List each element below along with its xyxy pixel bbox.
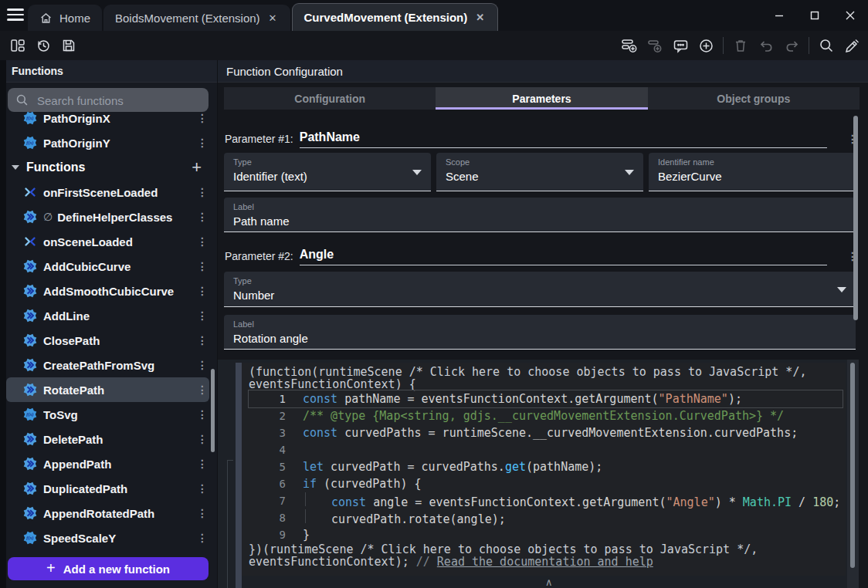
add-event-icon[interactable]	[621, 37, 638, 54]
add-comment-icon[interactable]	[672, 37, 689, 54]
function-list-item[interactable]: f(x)PathOriginY⋮	[6, 130, 209, 155]
item-menu-button[interactable]: ⋮	[195, 285, 209, 297]
action-icon	[23, 309, 37, 323]
tab-configuration[interactable]: Configuration	[224, 87, 436, 110]
minimize-button[interactable]	[761, 0, 797, 31]
tab-curvedmovement[interactable]: CurvedMovement (Extension) ✕	[292, 3, 499, 31]
code-wrapper-header[interactable]: (function(runtimeScene /* Click here to …	[249, 366, 846, 390]
label-input[interactable]: Label Rotation angle	[224, 315, 856, 350]
history-icon[interactable]	[35, 37, 52, 54]
item-menu-button[interactable]: ⋮	[195, 112, 209, 124]
type-select[interactable]: Type Number	[224, 272, 856, 307]
main-menu-button[interactable]	[7, 8, 24, 22]
scroll-up-indicator[interactable]: ∧	[545, 576, 553, 588]
extension-edit-icon[interactable]	[843, 37, 860, 54]
tab-boidsmovement[interactable]: BoidsMovement (Extension) ✕	[103, 5, 290, 31]
function-list-item[interactable]: onFirstSceneLoaded⋮	[6, 180, 209, 204]
tab-object-groups[interactable]: Object groups	[648, 87, 860, 110]
function-list-item[interactable]: onSceneLoaded⋮	[6, 229, 209, 254]
function-list-item[interactable]: AddCubicCurve⋮	[6, 254, 209, 279]
function-list-item[interactable]: DeletePath⋮	[6, 427, 209, 451]
item-menu-button[interactable]: ⋮	[195, 359, 209, 371]
item-menu-button[interactable]: ⋮	[195, 211, 209, 223]
item-menu-button[interactable]: ⋮	[195, 260, 209, 272]
function-list-item[interactable]: f(x)ToSvg⋮	[6, 402, 209, 427]
item-menu-button[interactable]: ⋮	[195, 334, 209, 346]
svg-text:f(x): f(x)	[26, 115, 33, 121]
field-label: Label	[233, 202, 846, 211]
item-menu-button[interactable]: ⋮	[195, 482, 209, 495]
item-menu-button[interactable]: ⋮	[195, 235, 209, 248]
code-line[interactable]: 8curvedPath.rotate(angle);	[249, 509, 846, 526]
code-lines[interactable]: 1const pathName = eventsFunctionContext.…	[249, 390, 846, 543]
close-icon[interactable]: ✕	[267, 12, 279, 25]
panels-icon[interactable]	[9, 37, 26, 54]
toolbar: Preview Share	[0, 31, 868, 60]
parameter-name-input[interactable]: PathName	[300, 130, 827, 148]
function-name: DeletePath	[43, 433, 195, 446]
identifier-name-input[interactable]: Identifier name BezierCurve	[649, 153, 856, 191]
item-menu-button[interactable]: ⋮	[195, 137, 209, 149]
save-icon[interactable]	[60, 37, 77, 54]
code-line[interactable]: 3const curvedPaths = runtimeScene.__curv…	[249, 424, 846, 441]
add-subevent-icon[interactable]	[646, 37, 663, 54]
collapse-arrow-icon[interactable]	[12, 165, 19, 170]
code-line[interactable]: 6if (curvedPath) {	[249, 475, 846, 492]
close-button[interactable]	[832, 0, 868, 31]
tab-parameters[interactable]: Parameters	[436, 87, 647, 110]
item-menu-button[interactable]: ⋮	[195, 433, 209, 445]
function-list-item[interactable]: RotatePath⋮	[6, 377, 209, 402]
item-menu-button[interactable]: ⋮	[195, 384, 209, 396]
undo-icon[interactable]	[758, 37, 775, 54]
code-line[interactable]: 9}	[249, 526, 846, 543]
function-list-item[interactable]: f(x)SpeedScaleY⋮	[6, 525, 209, 550]
function-list-item[interactable]: ClosePath⋮	[6, 328, 209, 353]
code-line[interactable]: 5let curvedPath = curvedPaths.get(pathNa…	[249, 458, 846, 475]
item-menu-button[interactable]: ⋮	[195, 408, 209, 421]
field-label: Scope	[446, 157, 634, 167]
code-line[interactable]: 1const pathName = eventsFunctionContext.…	[249, 390, 843, 407]
section-label: Functions	[26, 161, 192, 174]
function-list-item[interactable]: AppendPath⋮	[6, 451, 209, 476]
scope-select[interactable]: Scope Scene	[436, 153, 643, 191]
function-list-item[interactable]: ∅DefineHelperClasses⋮	[6, 204, 209, 229]
function-name: AddSmoothCubicCurve	[43, 285, 195, 298]
function-list-item[interactable]: AddLine⋮	[6, 303, 209, 328]
window-controls	[761, 0, 868, 31]
add-function-icon[interactable]: +	[192, 157, 202, 177]
item-menu-button[interactable]: ⋮	[195, 532, 209, 544]
search-functions-input[interactable]	[36, 88, 202, 113]
tab-home[interactable]: Home	[28, 5, 102, 31]
field-value: Path name	[233, 215, 846, 228]
function-list-item[interactable]: CreatePathFromSvg⋮	[6, 353, 209, 377]
search-icon[interactable]	[818, 37, 835, 54]
function-list-item[interactable]: AppendRotatedPath⋮	[6, 501, 209, 525]
close-icon[interactable]: ✕	[474, 11, 486, 24]
add-function-button[interactable]: + Add a new function	[8, 557, 209, 580]
code-wrapper-footer[interactable]: })(runtimeScene /* Click here to choose …	[249, 543, 846, 568]
action-icon	[23, 210, 37, 224]
label-input[interactable]: Label Path name	[224, 198, 856, 232]
item-menu-button[interactable]: ⋮	[195, 186, 209, 198]
item-menu-button[interactable]: ⋮	[195, 309, 209, 322]
item-menu-button[interactable]: ⋮	[195, 458, 209, 470]
parameter-name-input[interactable]: Angle	[300, 248, 827, 265]
event-selection-strip[interactable]	[236, 363, 242, 588]
delete-icon[interactable]	[732, 37, 749, 54]
function-list-item[interactable]: DuplicatedPath⋮	[6, 476, 209, 501]
item-menu-button[interactable]: ⋮	[195, 507, 209, 519]
code-scrollbar[interactable]	[850, 363, 855, 568]
code-line[interactable]: 2/** @type {Map<string, gdjs.__curvedMov…	[249, 407, 846, 424]
maximize-button[interactable]	[797, 0, 832, 31]
sidebar-scrollbar[interactable]	[211, 369, 215, 452]
function-list-item[interactable]: AddSmoothCubicCurve⋮	[6, 279, 209, 303]
code-line[interactable]: 4	[249, 441, 846, 458]
search-functions-box[interactable]	[8, 88, 209, 112]
type-select[interactable]: Type Identifier (text)	[224, 153, 431, 191]
javascript-code-editor[interactable]: (function(runtimeScene /* Click here to …	[242, 363, 846, 576]
add-circle-icon[interactable]	[697, 37, 714, 54]
documentation-link[interactable]: Read the documentation and help	[437, 555, 653, 569]
redo-icon[interactable]	[783, 37, 800, 54]
code-line[interactable]: 7const angle = eventsFunctionContext.get…	[249, 492, 846, 509]
parameters-scrollbar[interactable]	[853, 116, 858, 320]
